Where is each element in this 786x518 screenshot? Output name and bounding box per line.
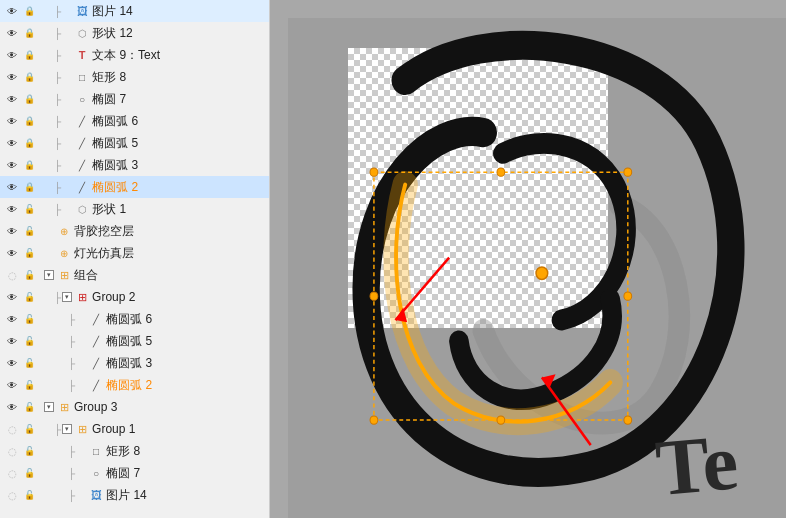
svg-point-7 [370, 292, 378, 300]
eye-icon[interactable]: 👁 [4, 201, 20, 217]
layer-item-16[interactable]: 👁 🔓 ├ ╱ 椭圆弧 5 [0, 330, 269, 352]
layer-item-12[interactable]: 👁 🔓 ⊕ 灯光仿真层 [0, 242, 269, 264]
layer-visibility-controls: 👁 🔓 [4, 223, 37, 239]
lock-icon[interactable]: 🔓 [21, 289, 37, 305]
eye-icon[interactable]: ◌ [4, 421, 20, 437]
layer-item-3[interactable]: 👁 🔒 ├ T 文本 9：Text [0, 44, 269, 66]
eye-icon[interactable]: 👁 [4, 333, 20, 349]
lock-icon[interactable]: 🔒 [21, 3, 37, 19]
layer-visibility-controls: ◌ 🔓 [4, 465, 37, 481]
layer-item-6[interactable]: 👁 🔒 ├ ╱ 椭圆弧 6 [0, 110, 269, 132]
layer-name: 形状 12 [92, 25, 133, 42]
layer-item-15[interactable]: 👁 🔓 ├ ╱ 椭圆弧 6 [0, 308, 269, 330]
eye-icon[interactable]: 👁 [4, 3, 20, 19]
lock-icon[interactable]: 🔓 [21, 421, 37, 437]
type-icon: ⊞ [74, 421, 90, 437]
lock-icon[interactable]: 🔓 [21, 333, 37, 349]
collapse-btn[interactable]: ▾ [44, 402, 54, 412]
layer-item-22[interactable]: ◌ 🔓 ├ ○ 椭圆 7 [0, 462, 269, 484]
eye-icon[interactable]: 👁 [4, 399, 20, 415]
type-icon: ⬡ [74, 201, 90, 217]
layer-item-14[interactable]: 👁 🔓 ├ ▾ ⊞ Group 2 [0, 286, 269, 308]
eye-icon[interactable]: 👁 [4, 179, 20, 195]
layer-visibility-controls: ◌ 🔓 [4, 267, 37, 283]
layer-item-18[interactable]: 👁 🔓 ├ ╱ 椭圆弧 2 [0, 374, 269, 396]
te-text: Te [652, 413, 779, 513]
collapse-btn[interactable]: ▾ [44, 270, 54, 280]
lock-icon[interactable]: 🔓 [21, 399, 37, 415]
layer-visibility-controls: 👁 🔓 [4, 245, 37, 261]
eye-icon[interactable]: ◌ [4, 443, 20, 459]
layer-item-1[interactable]: 👁 🔒 ├ 🖼 图片 14 [0, 0, 269, 22]
layer-name: 背胶挖空层 [74, 223, 134, 240]
eye-icon[interactable]: ◌ [4, 267, 20, 283]
layer-item-13[interactable]: ◌ 🔓 ▾ ⊞ 组合 [0, 264, 269, 286]
lock-icon[interactable]: 🔓 [21, 355, 37, 371]
eye-icon[interactable]: ◌ [4, 487, 20, 503]
layer-item-17[interactable]: 👁 🔓 ├ ╱ 椭圆弧 3 [0, 352, 269, 374]
eye-icon[interactable]: 👁 [4, 377, 20, 393]
lock-icon[interactable]: 🔓 [21, 201, 37, 217]
lock-icon[interactable]: 🔓 [21, 267, 37, 283]
eye-icon[interactable]: 👁 [4, 47, 20, 63]
eye-icon[interactable]: 👁 [4, 223, 20, 239]
type-icon: ⊞ [56, 267, 72, 283]
eye-icon[interactable]: 👁 [4, 113, 20, 129]
svg-point-6 [497, 416, 505, 424]
lock-icon[interactable]: 🔒 [21, 157, 37, 173]
layer-item-7[interactable]: 👁 🔒 ├ ╱ 椭圆弧 5 [0, 132, 269, 154]
eye-icon[interactable]: 👁 [4, 25, 20, 41]
arc-icon: ╱ [74, 135, 90, 151]
layer-item-10[interactable]: 👁 🔓 ├ ⬡ 形状 1 [0, 198, 269, 220]
arc-icon: ╱ [88, 355, 104, 371]
type-icon: ⊞ [74, 289, 90, 305]
type-icon: T [74, 47, 90, 63]
lock-icon[interactable]: 🔓 [21, 377, 37, 393]
lock-icon[interactable]: 🔒 [21, 25, 37, 41]
lock-icon[interactable]: 🔓 [21, 223, 37, 239]
lock-icon[interactable]: 🔒 [21, 69, 37, 85]
layer-visibility-controls: ◌ 🔓 [4, 421, 37, 437]
eye-icon[interactable]: 👁 [4, 355, 20, 371]
lock-icon[interactable]: 🔓 [21, 245, 37, 261]
canvas-content: Te [288, 18, 786, 518]
layer-item-11[interactable]: 👁 🔓 ⊕ 背胶挖空层 [0, 220, 269, 242]
collapse-btn[interactable]: ▾ [62, 424, 72, 434]
layer-item-4[interactable]: 👁 🔒 ├ □ 矩形 8 [0, 66, 269, 88]
layer-name: Group 1 [92, 422, 135, 436]
layer-item-5[interactable]: 👁 🔒 ├ ○ 椭圆 7 [0, 88, 269, 110]
layer-item-19[interactable]: 👁 🔓 ▾ ⊞ Group 3 [0, 396, 269, 418]
lock-icon[interactable]: 🔒 [21, 113, 37, 129]
lock-icon[interactable]: 🔓 [21, 311, 37, 327]
eye-icon[interactable]: 👁 [4, 69, 20, 85]
layer-item-21[interactable]: ◌ 🔓 ├ □ 矩形 8 [0, 440, 269, 462]
eye-icon[interactable]: 👁 [4, 157, 20, 173]
layer-visibility-controls: 👁 🔓 [4, 377, 37, 393]
collapse-btn[interactable]: ▾ [62, 292, 72, 302]
layer-visibility-controls: 👁 🔓 [4, 399, 37, 415]
layer-item-2[interactable]: 👁 🔒 ├ ⬡ 形状 12 [0, 22, 269, 44]
lock-icon[interactable]: 🔒 [21, 135, 37, 151]
layer-item-20[interactable]: ◌ 🔓 ├ ▾ ⊞ Group 1 [0, 418, 269, 440]
layer-item-23[interactable]: ◌ 🔓 ├ 🖼 图片 14 [0, 484, 269, 506]
svg-point-9 [536, 267, 548, 280]
lock-icon[interactable]: 🔒 [21, 47, 37, 63]
layer-name: 椭圆 7 [106, 465, 140, 482]
eye-icon[interactable]: 👁 [4, 311, 20, 327]
eye-icon[interactable]: 👁 [4, 91, 20, 107]
type-icon: ○ [88, 465, 104, 481]
layer-item-9[interactable]: 👁 🔒 ├ ╱ 椭圆弧 2 [0, 176, 269, 198]
type-icon: ⊕ [56, 245, 72, 261]
layer-item-8[interactable]: 👁 🔒 ├ ╱ 椭圆弧 3 [0, 154, 269, 176]
eye-icon[interactable]: 👁 [4, 135, 20, 151]
eye-icon[interactable]: 👁 [4, 245, 20, 261]
lock-icon[interactable]: 🔒 [21, 179, 37, 195]
type-icon: ⊕ [56, 223, 72, 239]
lock-icon[interactable]: 🔓 [21, 487, 37, 503]
eye-icon[interactable]: ◌ [4, 465, 20, 481]
eye-icon[interactable]: 👁 [4, 289, 20, 305]
svg-point-4 [624, 416, 632, 424]
lock-icon[interactable]: 🔓 [21, 465, 37, 481]
lock-icon[interactable]: 🔓 [21, 443, 37, 459]
lock-icon[interactable]: 🔒 [21, 91, 37, 107]
